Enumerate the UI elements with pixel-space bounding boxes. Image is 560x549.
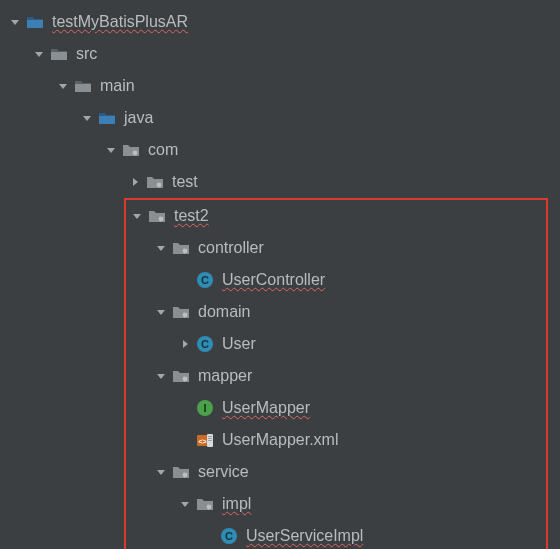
package-icon xyxy=(172,240,190,256)
node-test2[interactable]: test2 xyxy=(130,200,548,232)
node-domain[interactable]: domain xyxy=(130,296,548,328)
chevron-right-icon[interactable] xyxy=(178,337,192,351)
package-icon xyxy=(172,368,190,384)
chevron-down-icon[interactable] xyxy=(8,15,22,29)
node-label: User xyxy=(222,335,256,353)
package-icon xyxy=(172,464,190,480)
chevron-right-icon[interactable] xyxy=(128,175,142,189)
package-icon xyxy=(146,174,164,190)
chevron-down-icon[interactable] xyxy=(130,209,144,223)
node-label: testMyBatisPlusAR xyxy=(52,13,188,31)
node-label: UserController xyxy=(222,271,325,289)
node-label: java xyxy=(124,109,153,127)
chevron-down-icon[interactable] xyxy=(154,241,168,255)
interface-icon: I xyxy=(196,400,214,416)
node-com[interactable]: com xyxy=(8,134,560,166)
node-label: com xyxy=(148,141,178,159)
node-service[interactable]: service xyxy=(130,456,548,488)
highlight-box: test2 controller C UserController domain… xyxy=(124,198,548,549)
package-icon xyxy=(122,142,140,158)
chevron-down-icon[interactable] xyxy=(154,465,168,479)
chevron-down-icon[interactable] xyxy=(80,111,94,125)
class-icon: C xyxy=(196,336,214,352)
node-impl[interactable]: impl xyxy=(130,488,548,520)
package-icon xyxy=(196,496,214,512)
chevron-down-icon[interactable] xyxy=(154,305,168,319)
node-java[interactable]: java xyxy=(8,102,560,134)
module-folder-icon xyxy=(26,14,44,30)
node-label: src xyxy=(76,45,97,63)
chevron-down-icon[interactable] xyxy=(104,143,118,157)
class-icon: C xyxy=(196,272,214,288)
chevron-down-icon[interactable] xyxy=(56,79,70,93)
node-label: test xyxy=(172,173,198,191)
chevron-down-icon[interactable] xyxy=(32,47,46,61)
node-label: service xyxy=(198,463,249,481)
node-root[interactable]: testMyBatisPlusAR xyxy=(8,6,560,38)
folder-icon xyxy=(50,46,68,62)
node-mapper[interactable]: mapper xyxy=(130,360,548,392)
node-label: domain xyxy=(198,303,250,321)
source-folder-icon xyxy=(98,110,116,126)
folder-icon xyxy=(74,78,92,94)
node-user-controller[interactable]: C UserController xyxy=(130,264,548,296)
xml-file-icon xyxy=(196,432,214,448)
node-user-mapper[interactable]: I UserMapper xyxy=(130,392,548,424)
node-label: UserMapper xyxy=(222,399,310,417)
package-icon xyxy=(148,208,166,224)
node-user-mapper-xml[interactable]: UserMapper.xml xyxy=(130,424,548,456)
node-user[interactable]: C User xyxy=(130,328,548,360)
node-label: UserServiceImpl xyxy=(246,527,363,545)
node-main[interactable]: main xyxy=(8,70,560,102)
node-label: UserMapper.xml xyxy=(222,431,338,449)
package-icon xyxy=(172,304,190,320)
node-label: mapper xyxy=(198,367,252,385)
node-controller[interactable]: controller xyxy=(130,232,548,264)
chevron-down-icon[interactable] xyxy=(154,369,168,383)
chevron-down-icon[interactable] xyxy=(178,497,192,511)
node-label: test2 xyxy=(174,207,209,225)
node-label: main xyxy=(100,77,135,95)
node-label: impl xyxy=(222,495,251,513)
node-src[interactable]: src xyxy=(8,38,560,70)
project-tree[interactable]: testMyBatisPlusAR src main java com test… xyxy=(0,0,560,549)
node-label: controller xyxy=(198,239,264,257)
class-icon: C xyxy=(220,528,238,544)
node-user-service-impl[interactable]: C UserServiceImpl xyxy=(130,520,548,549)
node-test[interactable]: test xyxy=(8,166,560,198)
